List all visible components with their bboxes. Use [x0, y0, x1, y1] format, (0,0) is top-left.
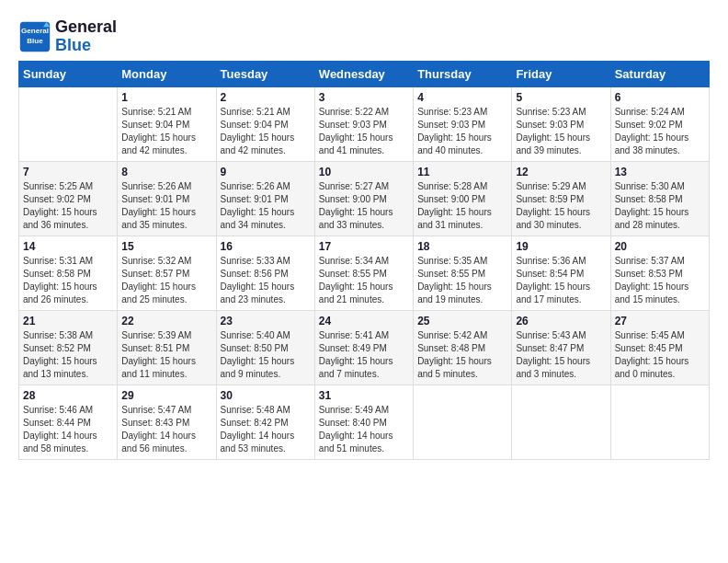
calendar-cell: [512, 385, 610, 459]
day-number: 2: [221, 91, 311, 104]
day-info: Sunrise: 5:35 AM Sunset: 8:55 PM Dayligh…: [417, 255, 507, 306]
week-row-2: 7Sunrise: 5:25 AM Sunset: 9:02 PM Daylig…: [19, 161, 710, 236]
day-number: 16: [221, 240, 311, 253]
calendar-cell: 19Sunrise: 5:36 AM Sunset: 8:54 PM Dayli…: [512, 236, 610, 310]
calendar-cell: 9Sunrise: 5:26 AM Sunset: 9:01 PM Daylig…: [216, 161, 314, 236]
calendar-cell: 10Sunrise: 5:27 AM Sunset: 9:00 PM Dayli…: [314, 161, 413, 236]
day-number: 21: [23, 315, 113, 327]
page-container: General Blue General Blue SundayMondayTu…: [0, 0, 728, 469]
day-number: 20: [615, 240, 705, 253]
day-info: Sunrise: 5:38 AM Sunset: 8:52 PM Dayligh…: [23, 329, 113, 381]
day-info: Sunrise: 5:41 AM Sunset: 8:49 PM Dayligh…: [319, 329, 409, 381]
day-info: Sunrise: 5:43 AM Sunset: 8:47 PM Dayligh…: [516, 329, 606, 381]
calendar-cell: 29Sunrise: 5:47 AM Sunset: 8:43 PM Dayli…: [118, 385, 216, 459]
calendar-cell: [414, 385, 512, 459]
day-number: 1: [121, 91, 211, 104]
day-number: 12: [516, 166, 606, 178]
day-number: 29: [121, 389, 211, 402]
weekday-header-row: SundayMondayTuesdayWednesdayThursdayFrid…: [19, 61, 710, 86]
calendar-cell: 22Sunrise: 5:39 AM Sunset: 8:51 PM Dayli…: [118, 310, 216, 385]
calendar-cell: 6Sunrise: 5:24 AM Sunset: 9:02 PM Daylig…: [610, 86, 709, 161]
day-info: Sunrise: 5:23 AM Sunset: 9:03 PM Dayligh…: [516, 106, 606, 157]
calendar-cell: 28Sunrise: 5:46 AM Sunset: 8:44 PM Dayli…: [19, 385, 118, 459]
calendar-cell: 8Sunrise: 5:26 AM Sunset: 9:01 PM Daylig…: [118, 161, 216, 236]
day-info: Sunrise: 5:31 AM Sunset: 8:58 PM Dayligh…: [23, 255, 113, 306]
calendar-cell: 15Sunrise: 5:32 AM Sunset: 8:57 PM Dayli…: [118, 236, 216, 310]
calendar-cell: [19, 86, 118, 161]
day-info: Sunrise: 5:39 AM Sunset: 8:51 PM Dayligh…: [121, 329, 211, 381]
day-info: Sunrise: 5:28 AM Sunset: 9:00 PM Dayligh…: [417, 180, 507, 232]
day-info: Sunrise: 5:46 AM Sunset: 8:44 PM Dayligh…: [23, 404, 113, 455]
week-row-5: 28Sunrise: 5:46 AM Sunset: 8:44 PM Dayli…: [19, 385, 710, 459]
day-info: Sunrise: 5:33 AM Sunset: 8:56 PM Dayligh…: [221, 255, 311, 306]
calendar-cell: 27Sunrise: 5:45 AM Sunset: 8:45 PM Dayli…: [610, 310, 709, 385]
week-row-3: 14Sunrise: 5:31 AM Sunset: 8:58 PM Dayli…: [19, 236, 710, 310]
calendar-cell: 21Sunrise: 5:38 AM Sunset: 8:52 PM Dayli…: [19, 310, 118, 385]
weekday-header-saturday: Saturday: [610, 61, 709, 86]
calendar-cell: 4Sunrise: 5:23 AM Sunset: 9:03 PM Daylig…: [414, 86, 512, 161]
weekday-header-tuesday: Tuesday: [216, 61, 314, 86]
day-info: Sunrise: 5:47 AM Sunset: 8:43 PM Dayligh…: [121, 404, 211, 455]
day-number: 23: [221, 315, 311, 327]
day-number: 8: [121, 166, 211, 178]
calendar-cell: [610, 385, 709, 459]
calendar-cell: 16Sunrise: 5:33 AM Sunset: 8:56 PM Dayli…: [216, 236, 314, 310]
day-number: 31: [319, 389, 409, 402]
day-info: Sunrise: 5:24 AM Sunset: 9:02 PM Dayligh…: [615, 106, 705, 157]
day-number: 27: [615, 315, 705, 327]
calendar-cell: 11Sunrise: 5:28 AM Sunset: 9:00 PM Dayli…: [414, 161, 512, 236]
day-info: Sunrise: 5:21 AM Sunset: 9:04 PM Dayligh…: [121, 106, 211, 157]
calendar-cell: 14Sunrise: 5:31 AM Sunset: 8:58 PM Dayli…: [19, 236, 118, 310]
day-info: Sunrise: 5:36 AM Sunset: 8:54 PM Dayligh…: [516, 255, 606, 306]
calendar-cell: 13Sunrise: 5:30 AM Sunset: 8:58 PM Dayli…: [610, 161, 709, 236]
calendar-cell: 31Sunrise: 5:49 AM Sunset: 8:40 PM Dayli…: [314, 385, 413, 459]
logo: General Blue General Blue: [18, 18, 117, 55]
day-info: Sunrise: 5:22 AM Sunset: 9:03 PM Dayligh…: [319, 106, 409, 157]
calendar-cell: 17Sunrise: 5:34 AM Sunset: 8:55 PM Dayli…: [314, 236, 413, 310]
calendar-cell: 12Sunrise: 5:29 AM Sunset: 8:59 PM Dayli…: [512, 161, 610, 236]
svg-text:Blue: Blue: [27, 37, 43, 45]
day-number: 30: [221, 389, 311, 402]
day-info: Sunrise: 5:26 AM Sunset: 9:01 PM Dayligh…: [121, 180, 211, 232]
calendar-cell: 3Sunrise: 5:22 AM Sunset: 9:03 PM Daylig…: [314, 86, 413, 161]
week-row-1: 1Sunrise: 5:21 AM Sunset: 9:04 PM Daylig…: [19, 86, 710, 161]
day-info: Sunrise: 5:40 AM Sunset: 8:50 PM Dayligh…: [221, 329, 311, 381]
day-number: 5: [516, 91, 606, 104]
calendar-cell: 26Sunrise: 5:43 AM Sunset: 8:47 PM Dayli…: [512, 310, 610, 385]
day-number: 7: [23, 166, 113, 178]
day-info: Sunrise: 5:49 AM Sunset: 8:40 PM Dayligh…: [319, 404, 409, 455]
day-info: Sunrise: 5:29 AM Sunset: 8:59 PM Dayligh…: [516, 180, 606, 232]
calendar-table: SundayMondayTuesdayWednesdayThursdayFrid…: [18, 61, 710, 460]
logo-icon: General Blue: [18, 20, 51, 53]
day-number: 15: [121, 240, 211, 253]
day-number: 9: [221, 166, 311, 178]
calendar-cell: 23Sunrise: 5:40 AM Sunset: 8:50 PM Dayli…: [216, 310, 314, 385]
day-info: Sunrise: 5:34 AM Sunset: 8:55 PM Dayligh…: [319, 255, 409, 306]
day-number: 10: [319, 166, 409, 178]
day-number: 17: [319, 240, 409, 253]
day-info: Sunrise: 5:27 AM Sunset: 9:00 PM Dayligh…: [319, 180, 409, 232]
day-info: Sunrise: 5:30 AM Sunset: 8:58 PM Dayligh…: [615, 180, 705, 232]
calendar-cell: 18Sunrise: 5:35 AM Sunset: 8:55 PM Dayli…: [414, 236, 512, 310]
calendar-cell: 25Sunrise: 5:42 AM Sunset: 8:48 PM Dayli…: [414, 310, 512, 385]
calendar-cell: 7Sunrise: 5:25 AM Sunset: 9:02 PM Daylig…: [19, 161, 118, 236]
day-info: Sunrise: 5:45 AM Sunset: 8:45 PM Dayligh…: [615, 329, 705, 381]
day-number: 26: [516, 315, 606, 327]
day-info: Sunrise: 5:23 AM Sunset: 9:03 PM Dayligh…: [417, 106, 507, 157]
weekday-header-monday: Monday: [118, 61, 216, 86]
day-info: Sunrise: 5:21 AM Sunset: 9:04 PM Dayligh…: [221, 106, 311, 157]
day-number: 28: [23, 389, 113, 402]
svg-text:General: General: [21, 27, 49, 35]
day-number: 18: [417, 240, 507, 253]
calendar-cell: 24Sunrise: 5:41 AM Sunset: 8:49 PM Dayli…: [314, 310, 413, 385]
day-number: 22: [121, 315, 211, 327]
day-number: 3: [319, 91, 409, 104]
weekday-header-friday: Friday: [512, 61, 610, 86]
day-number: 19: [516, 240, 606, 253]
day-info: Sunrise: 5:48 AM Sunset: 8:42 PM Dayligh…: [221, 404, 311, 455]
day-number: 13: [615, 166, 705, 178]
day-info: Sunrise: 5:32 AM Sunset: 8:57 PM Dayligh…: [121, 255, 211, 306]
day-number: 24: [319, 315, 409, 327]
day-info: Sunrise: 5:25 AM Sunset: 9:02 PM Dayligh…: [23, 180, 113, 232]
calendar-cell: 1Sunrise: 5:21 AM Sunset: 9:04 PM Daylig…: [118, 86, 216, 161]
